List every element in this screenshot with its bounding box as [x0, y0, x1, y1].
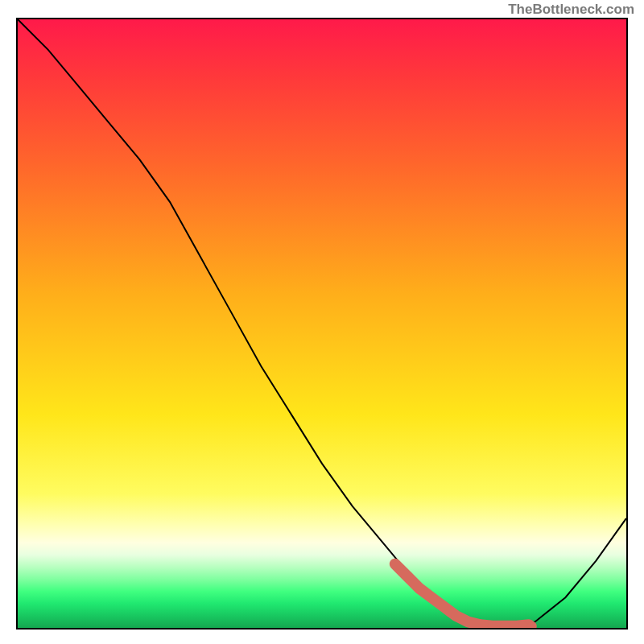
watermark-text: TheBottleneck.com — [508, 2, 634, 18]
chart-curve — [18, 19, 626, 628]
chart-plot-area — [16, 18, 628, 630]
highlight-stroke — [395, 564, 529, 626]
chart-overlay — [18, 19, 626, 628]
chart-highlight-segment — [395, 564, 537, 628]
